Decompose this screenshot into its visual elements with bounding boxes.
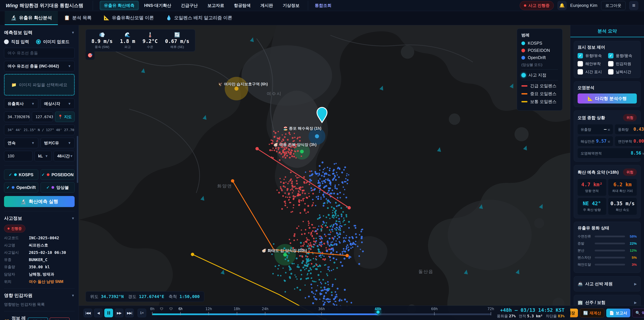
tab-유출유확산모델 이론[interactable]: 📐유출유확산모델 이론 [98, 11, 160, 25]
nav-item-HNS·대기확산[interactable]: HNS·대기확산 [140, 1, 176, 10]
menu-button[interactable]: ≡ [629, 1, 638, 10]
radio-selected-icon [36, 40, 41, 44]
display-checkbox-민감자원[interactable]: 민감자원 [608, 61, 637, 67]
layers-all-off-button[interactable]: 전체 끄기 [50, 317, 70, 320]
radio-image-upload[interactable]: 이미지 업로드 [36, 39, 70, 45]
pick-on-map-button[interactable]: 📍 지도 [55, 112, 75, 122]
incident-badge-label: 사고 진행중 [528, 3, 550, 8]
legend-model-label: POSEIDON [528, 48, 550, 53]
checkbox-unchecked-icon [578, 61, 583, 67]
logout-button[interactable]: 로그아웃 [601, 1, 626, 10]
longitude-input[interactable]: 127.6743599903 [32, 112, 53, 122]
display-checkbox-grid: 유향/유속풍향/풍속해안부착민감자원시간 표시날짜시간 [578, 53, 637, 75]
model-chip-OpenDrift[interactable]: ✓OpenDrift [4, 182, 38, 193]
weather-label: 해류 (SE) [170, 45, 184, 49]
target-tool-button[interactable]: 🎯 [86, 51, 94, 60]
pause-button[interactable] [104, 308, 113, 317]
footer-button-보고서[interactable]: 📄보고서 [606, 308, 630, 317]
spill-mode-select[interactable]: 연속 ▼ [4, 138, 38, 148]
polygon-analysis-button[interactable]: 📐 다각형 분석수행 [578, 94, 637, 104]
oil-type-select[interactable]: 벙커C유 ▼ [40, 138, 75, 148]
weathering-bar-증발: 증발 22% [578, 241, 637, 246]
nav-item-유출유 확산예측[interactable]: 유출유 확산예측 [100, 1, 139, 10]
run-prediction-button[interactable]: 🔬 확산예측 실행 [4, 196, 75, 207]
display-checkbox-날짜시간[interactable]: 날짜시간 [608, 69, 637, 75]
weather-item-해류 (SE): 🔄0.67 m/s해류 (SE) [165, 32, 189, 49]
step-back-button[interactable]: ◀ [94, 308, 103, 317]
skip-start-button[interactable]: |◀◀ [84, 308, 92, 317]
tab-분석 목록[interactable]: 📋분석 목록 [58, 11, 98, 25]
radio-direct-input[interactable]: 직접 입력 [4, 39, 29, 45]
predict-section-header[interactable]: 예측정보 입력 ▼ [4, 30, 75, 36]
timeline-slider[interactable]: 0h6h12h18h24h36h48h60h72h🛡🛡🛡 [152, 306, 491, 320]
timeline-bar: |◀◀ ◀ ▶▶ ▶▶| 1× 0h6h12h18h24h36h48h60h72… [79, 305, 570, 320]
nav-item-보고자료[interactable]: 보고자료 [203, 1, 228, 10]
display-checkbox-해안부착[interactable]: 해안부착 [578, 61, 606, 67]
incident-name-input[interactable]: 여수 유조선 충돌 [4, 48, 75, 58]
sidebar-scrollbar[interactable] [77, 136, 78, 183]
check-icon: ✓ [9, 172, 12, 177]
legend-ensemble-note: (앙상블 모드) [522, 62, 558, 67]
nav-item-긴급구난[interactable]: 긴급구난 [176, 1, 202, 10]
timeline-label-0h: 0h [150, 307, 155, 311]
panel-footer-actions: 💾저장🔄재계산📄보고서🔍역추적 [570, 306, 644, 320]
nav-item-게시판[interactable]: 게시판 [256, 1, 278, 10]
sensitive-section-header[interactable]: 영향 민감자원 ▼ [4, 292, 75, 298]
map-pin-icon: 📍 [58, 115, 63, 119]
map-canvas[interactable]: 💨8.9 m/s풍속 (SW)🌊1.8 m파고🌡️9.2°C수온🔄0.67 m/… [79, 25, 570, 320]
forecast-tile-최대 확산 거리: 6.2 km 최대 확산 거리 [608, 179, 637, 196]
duration-select[interactable]: 48시간 ▼ [54, 151, 75, 161]
skip-end-button[interactable]: ▶▶| [125, 308, 134, 317]
check-icon: ✓ [6, 185, 10, 190]
map-label-돌산읍: 돌산읍 [418, 269, 434, 274]
incident-select[interactable]: 여수 유조선 충돌 (INC-0042) ▼ [4, 61, 75, 71]
divider [4, 311, 75, 311]
display-checkbox-시간 표시[interactable]: 시간 표시 [578, 69, 606, 75]
check-icon: ✓ [46, 185, 50, 190]
layers-all-on-button[interactable]: 전체 켜기 [28, 317, 48, 320]
timeline-stat: 차단율 83% [546, 314, 564, 318]
fold-card-사고 선박 제원[interactable]: 🚢 사고 선박 제원 ▶ [574, 276, 641, 291]
incident-section-header[interactable]: 사고정보 ▼ [4, 215, 75, 221]
fence-line-icon [522, 85, 528, 87]
footer-button-역추적[interactable]: 🔍역추적 [632, 308, 644, 317]
tab-유출유 확산분석[interactable]: 🔬유출유 확산분석 [5, 11, 58, 25]
footer-button-재계산[interactable]: 🔄재계산 [580, 308, 604, 317]
amount-input[interactable]: 100 [4, 151, 32, 161]
incident-info-row: 위치여수 돌산 남방 5NM [4, 279, 75, 284]
company-select[interactable]: 유출회사 ▼ [4, 99, 38, 109]
timeline-info: +48h — 03/13 14:52 KST 풍화율 27% 면적 5.3 km… [497, 307, 566, 319]
incident-info-row: 담당자남해청, 방재과 [4, 272, 75, 277]
folder-icon: 📁 [11, 82, 16, 87]
model-chip-KOSPS[interactable]: ✓KOSPS [4, 169, 38, 180]
info-value: 여수 돌산 남방 5NM [29, 279, 75, 284]
tab-오일펜스 배치 알고리즘 이론[interactable]: 💧오일펜스 배치 알고리즘 이론 [160, 11, 238, 25]
display-checkbox-유향/유속[interactable]: 유향/유속 [578, 53, 606, 58]
nav-item-기상정보[interactable]: 기상정보 [278, 1, 304, 10]
timeline-knob[interactable] [376, 310, 380, 314]
status-badge-label: 진행중 [11, 226, 22, 231]
legend-model-label: KOSPS [528, 41, 542, 46]
latitude-input[interactable]: 34.7392076023 [4, 112, 30, 122]
nav-item-항공탐색[interactable]: 항공탐색 [230, 1, 255, 10]
checkbox-unchecked-icon [608, 69, 614, 75]
model-chip-앙상블[interactable]: ✓앙상블 [40, 182, 75, 193]
ruler-icon: 📐 [588, 96, 593, 101]
notifications-button[interactable]: 🔔 [558, 1, 566, 10]
expected-time-select[interactable]: 예상시각 ▼ [40, 99, 75, 109]
playback-speed-button[interactable]: 1× [138, 308, 146, 317]
longitude-value: 127.6743599903 [36, 115, 53, 119]
nav-item-통합조회[interactable]: 통합조회 [308, 1, 336, 10]
playback-controls: |◀◀ ◀ ▶▶ ▶▶| [84, 308, 134, 317]
bar-label: 해안도달 [578, 262, 592, 267]
target-icon: 🎯 [88, 53, 92, 58]
fold-card-선주 / 보험[interactable]: 🏢 선주 / 보험 ▶ [574, 295, 641, 306]
incident-select-value: 여수 유조선 충돌 (INC-0042) [8, 64, 59, 69]
image-dropzone[interactable]: 📁 이미지 파일을 선택하세요 [4, 74, 75, 96]
unit-select[interactable]: kL ▼ [34, 151, 52, 161]
model-chip-POSEIDON[interactable]: ✓POSEIDON [40, 169, 75, 180]
fast-forward-button[interactable]: ▶▶ [115, 308, 124, 317]
display-checkbox-풍향/풍속[interactable]: 풍향/풍속 [608, 53, 637, 58]
checkbox-unchecked-icon [608, 61, 614, 67]
microscope-icon: 🔬 [20, 199, 26, 204]
